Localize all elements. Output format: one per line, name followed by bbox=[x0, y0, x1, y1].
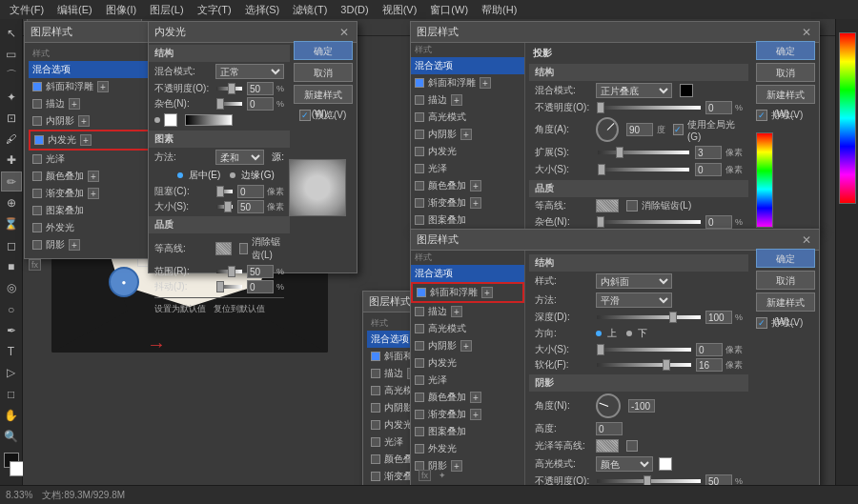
bevel1-smooth-cb[interactable] bbox=[626, 200, 638, 212]
menu-file[interactable]: 文件(F) bbox=[4, 0, 50, 19]
opacity-thumb[interactable] bbox=[228, 83, 235, 94]
bevel1-ls-satin[interactable]: 光泽 bbox=[411, 160, 524, 177]
radio-up[interactable] bbox=[596, 331, 602, 336]
bevel1-expand-bevel[interactable]: + bbox=[480, 77, 491, 89]
jitter-input[interactable] bbox=[247, 280, 274, 293]
tool-gradient[interactable]: ■ bbox=[1, 256, 22, 276]
size-thumb[interactable] bbox=[224, 201, 232, 212]
choke-slider[interactable] bbox=[216, 190, 233, 193]
bevel1-expand-grad[interactable]: + bbox=[470, 197, 481, 209]
bevel1-range2-input[interactable] bbox=[705, 215, 732, 229]
tool-clone[interactable]: ⊕ bbox=[1, 192, 22, 212]
bevel2-ls-bevel[interactable]: 斜面和浮雕+ bbox=[411, 282, 524, 303]
tool-eraser[interactable]: ◻ bbox=[1, 235, 22, 255]
preview-checkbox-ig[interactable] bbox=[299, 110, 311, 121]
ok-button-bevel1[interactable]: 确定 bbox=[756, 41, 815, 60]
contour-swatch[interactable] bbox=[215, 242, 232, 255]
bevel1-ls-pattern[interactable]: 图案叠加 bbox=[411, 212, 524, 229]
bevel1-blend-select[interactable]: 正片叠底 bbox=[596, 83, 672, 98]
bevel2-depth-slider[interactable] bbox=[597, 315, 701, 319]
bevel1-size-thumb[interactable] bbox=[616, 147, 623, 158]
bevel2-ls-pat[interactable]: 图案叠加 bbox=[411, 423, 524, 440]
range-thumb[interactable] bbox=[228, 266, 235, 277]
bevel2-hl-mode-select[interactable]: 颜色 bbox=[596, 456, 653, 472]
tool-dodge[interactable]: ○ bbox=[1, 299, 22, 319]
bevel2-angle-input[interactable] bbox=[628, 399, 655, 413]
bevel2-method-select[interactable]: 平滑 bbox=[596, 292, 672, 308]
bevel1-opacity-input[interactable] bbox=[705, 101, 732, 114]
bevel2-depth-thumb[interactable] bbox=[669, 312, 677, 323]
bevel1-expand-stroke[interactable]: + bbox=[451, 94, 462, 106]
menu-select[interactable]: 选择(S) bbox=[239, 0, 286, 19]
new-style-button-bevel1[interactable]: 新建样式(W)... bbox=[756, 85, 815, 104]
menu-filter[interactable]: 滤镜(T) bbox=[287, 0, 333, 19]
ok-button-bevel2[interactable]: 确定 bbox=[756, 249, 815, 268]
tool-path-select[interactable]: ▷ bbox=[1, 363, 22, 383]
bevel2-ls-stroke[interactable]: 描边+ bbox=[411, 303, 524, 320]
color-swatch[interactable] bbox=[164, 113, 177, 127]
opacity-slider[interactable] bbox=[216, 87, 242, 91]
radio-edge[interactable] bbox=[230, 172, 235, 178]
expand-drop-shadow[interactable]: + bbox=[69, 239, 80, 251]
bevel2-smooth-cb[interactable] bbox=[626, 440, 638, 452]
range-input[interactable] bbox=[247, 265, 274, 278]
bevel2-hl-opacity-slider[interactable] bbox=[597, 479, 701, 483]
set-default-ig[interactable]: 设置为默认值 bbox=[154, 303, 206, 315]
new-style-button-ig[interactable]: 新建样式(W)... bbox=[294, 85, 353, 104]
bevel2-altitude-input[interactable] bbox=[596, 422, 623, 435]
tool-select-rect[interactable]: ▭ bbox=[1, 44, 22, 64]
tool-magic-wand[interactable]: ✦ bbox=[1, 87, 22, 107]
bevel1-ls-inner-shadow[interactable]: 内阴影+ bbox=[411, 126, 524, 143]
bevel2-exp-grad[interactable]: + bbox=[470, 409, 481, 420]
bevel2-size-input[interactable] bbox=[696, 343, 723, 356]
preview-checkbox-bevel1[interactable] bbox=[756, 110, 767, 121]
bevel1-size2-input[interactable] bbox=[695, 163, 722, 176]
expand-bevel[interactable]: + bbox=[97, 81, 109, 92]
gradient-swatch[interactable] bbox=[185, 114, 233, 126]
bevel2-ls-col[interactable]: 颜色叠加+ bbox=[411, 389, 524, 406]
range-slider[interactable] bbox=[216, 270, 242, 273]
tool-history[interactable]: ⌛ bbox=[1, 214, 22, 234]
expand-stroke[interactable]: + bbox=[69, 98, 80, 110]
bevel1-ls-gradient[interactable]: 渐变叠加+ bbox=[411, 194, 524, 212]
noise-input[interactable] bbox=[247, 97, 274, 111]
expand-inner-glow[interactable]: + bbox=[80, 134, 92, 146]
bevel2-depth-input[interactable] bbox=[705, 311, 732, 324]
size-input[interactable] bbox=[237, 200, 264, 213]
jitter-thumb[interactable] bbox=[216, 281, 224, 292]
bevel2-ls-is[interactable]: 内阴影+ bbox=[411, 337, 524, 354]
tool-shape[interactable]: □ bbox=[1, 384, 22, 404]
bevel2-style-select[interactable]: 内斜面 bbox=[596, 273, 672, 289]
menu-3d[interactable]: 3D(D) bbox=[335, 0, 374, 19]
bevel2-ls-hl[interactable]: 高光模式 bbox=[411, 320, 524, 337]
cancel-button-ig[interactable]: 取消 bbox=[294, 63, 353, 82]
choke-input[interactable] bbox=[237, 185, 264, 198]
jitter-slider[interactable] bbox=[216, 285, 242, 289]
bevel1-range2-thumb[interactable] bbox=[597, 216, 604, 228]
tool-healing[interactable]: ✚ bbox=[1, 151, 22, 171]
radio-down[interactable] bbox=[626, 331, 632, 336]
tool-crop[interactable]: ⊡ bbox=[1, 108, 22, 128]
dialog-close-bevel2[interactable]: ✕ bbox=[800, 233, 813, 247]
bevel1-size-slider[interactable] bbox=[598, 151, 689, 154]
bevel1-shadow-color[interactable] bbox=[680, 84, 693, 97]
menu-edit[interactable]: 编辑(E) bbox=[51, 0, 98, 19]
bevel2-soften-slider[interactable] bbox=[597, 363, 691, 367]
bevel1-expand-is[interactable]: + bbox=[460, 129, 472, 140]
menu-text[interactable]: 文字(T) bbox=[192, 0, 237, 19]
bevel1-size2-slider[interactable] bbox=[598, 168, 689, 171]
bevel1-ls-highlight[interactable]: 高光模式 bbox=[411, 109, 524, 126]
bevel1-ls-blend[interactable]: 混合选项 bbox=[411, 57, 524, 74]
menu-help[interactable]: 帮助(H) bbox=[476, 0, 522, 19]
menu-view[interactable]: 视图(V) bbox=[377, 0, 423, 19]
tool-text[interactable]: T bbox=[1, 341, 22, 361]
bevel2-angle-dial[interactable] bbox=[596, 393, 621, 418]
bevel2-ls-grad[interactable]: 渐变叠加+ bbox=[411, 406, 524, 423]
radio-color[interactable] bbox=[154, 117, 160, 123]
tool-brush[interactable]: ✏ bbox=[1, 171, 22, 192]
radio-center[interactable] bbox=[177, 172, 183, 178]
preview-checkbox-bevel2[interactable] bbox=[756, 317, 767, 329]
size-slider[interactable] bbox=[216, 205, 233, 209]
bevel1-angle-input[interactable] bbox=[626, 123, 653, 136]
bevel1-angle-dial[interactable] bbox=[596, 117, 619, 142]
